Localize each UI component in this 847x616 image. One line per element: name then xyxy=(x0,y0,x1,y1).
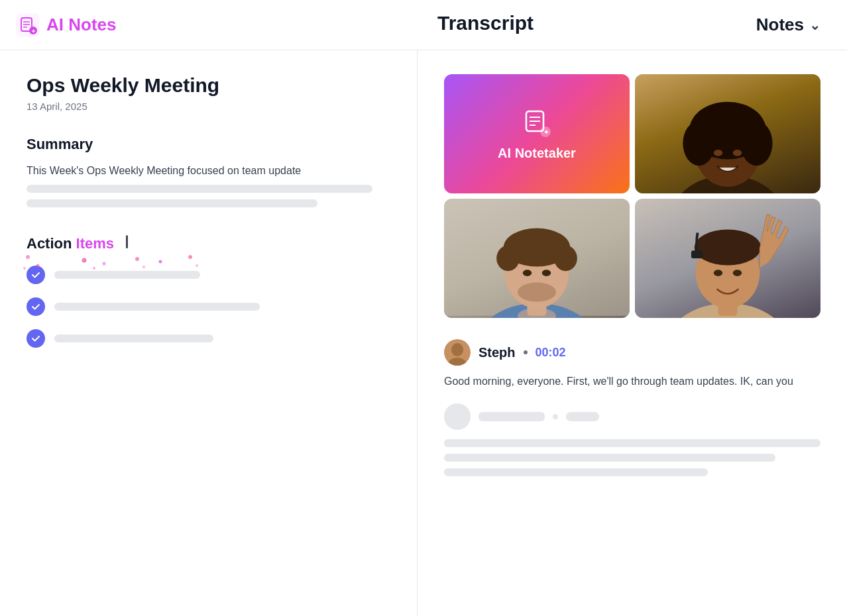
transcript-header-title: Transcript xyxy=(437,12,534,34)
main-content: Ops Weekly Meeting 13 April, 2025 Summar… xyxy=(0,50,847,616)
summary-text: This Week's Ops Weekly Meeting focused o… xyxy=(27,162,390,180)
video-cell-person-1 xyxy=(635,74,820,193)
svg-point-61 xyxy=(542,270,551,276)
logo-icon: ✦ xyxy=(16,13,40,37)
action-item-2 xyxy=(27,297,390,316)
transcript-entry-steph: Steph 00:02 Good morning, everyone. Firs… xyxy=(444,339,820,390)
action-item-1 xyxy=(27,266,390,284)
svg-point-28 xyxy=(82,258,87,262)
svg-point-58 xyxy=(496,246,520,272)
svg-point-33 xyxy=(159,260,162,263)
check-icon-3 xyxy=(27,329,45,348)
summary-section-title: Summary xyxy=(27,136,390,153)
ts-line-2 xyxy=(444,454,775,462)
video-cell-person-3 xyxy=(635,199,820,318)
ts-line-1 xyxy=(444,439,820,447)
transcript-text-steph: Good morning, everyone. First, we'll go … xyxy=(444,372,820,390)
timestamp-steph: 00:02 xyxy=(536,346,566,360)
chevron-down-icon: ⌄ xyxy=(809,17,820,33)
svg-point-60 xyxy=(523,270,532,276)
svg-point-69 xyxy=(733,270,742,276)
app-title: AI Notes xyxy=(46,15,116,35)
video-cell-person-2 xyxy=(444,199,630,318)
svg-rect-36 xyxy=(126,235,128,248)
check-icon-1 xyxy=(27,266,45,284)
speaker-name-steph: Steph xyxy=(479,345,516,360)
svg-rect-0 xyxy=(16,13,40,37)
svg-text:✦: ✦ xyxy=(31,28,36,34)
action-item-3 xyxy=(27,329,390,348)
action-label-static: Action xyxy=(27,235,76,252)
action-label-highlight: Items xyxy=(76,235,114,252)
svg-point-59 xyxy=(554,246,577,272)
svg-point-30 xyxy=(103,262,106,265)
svg-point-27 xyxy=(23,267,26,270)
svg-text:✦: ✦ xyxy=(543,128,549,136)
speaker-row-skeleton xyxy=(444,403,820,430)
ai-notetaker-icon: ✦ xyxy=(521,107,553,139)
svg-point-34 xyxy=(188,255,192,259)
ai-notetaker-label: AI Notetaker xyxy=(498,146,576,161)
check-icon-2 xyxy=(27,297,45,316)
svg-point-48 xyxy=(714,150,723,156)
left-panel: Ops Weekly Meeting 13 April, 2025 Summar… xyxy=(0,50,418,616)
person-1-silhouette xyxy=(635,74,820,193)
svg-point-72 xyxy=(451,343,463,356)
skeleton-avatar xyxy=(444,403,471,430)
person-2-silhouette xyxy=(444,199,630,318)
notes-dropdown-button[interactable]: Notes ⌄ xyxy=(751,12,826,38)
svg-point-31 xyxy=(135,257,139,261)
ts-line-3 xyxy=(444,468,708,476)
speaker-row-steph: Steph 00:02 xyxy=(444,339,820,366)
svg-point-67 xyxy=(695,229,761,265)
svg-point-68 xyxy=(714,270,723,276)
speaker-avatar-steph xyxy=(444,339,471,366)
action-skeleton-2 xyxy=(54,303,260,311)
transcript-skeletons xyxy=(444,439,820,476)
skeleton-name xyxy=(479,412,545,421)
video-grid: ✦ AI Notetaker xyxy=(444,74,820,318)
skeleton-timestamp xyxy=(566,412,599,421)
summary-skeleton-2 xyxy=(27,199,317,207)
svg-rect-70 xyxy=(691,250,703,258)
person-3-silhouette xyxy=(635,199,820,318)
meeting-date: 13 April, 2025 xyxy=(27,101,390,112)
notes-label: Notes xyxy=(756,15,804,35)
svg-point-62 xyxy=(518,283,556,302)
video-cell-ai-notetaker: ✦ AI Notetaker xyxy=(444,74,630,193)
app-logo-group: ✦ AI Notes xyxy=(16,13,116,37)
app-header: ✦ AI Notes Notes ⌄ ☜ ✦ Ops Weekly Mee xyxy=(0,0,847,50)
meeting-title: Ops Weekly Meeting xyxy=(27,74,390,97)
svg-point-47 xyxy=(740,121,772,166)
action-skeleton-3 xyxy=(54,334,213,342)
svg-point-25 xyxy=(26,255,30,259)
right-panel: ✦ AI Notetaker xyxy=(418,50,847,616)
summary-skeleton-1 xyxy=(27,185,372,193)
transcript-entry-skeleton xyxy=(444,403,820,476)
action-skeleton-1 xyxy=(54,271,200,279)
action-items-title: Action Items xyxy=(27,235,114,252)
svg-point-46 xyxy=(683,121,714,166)
separator-dot xyxy=(524,350,528,354)
skeleton-dot xyxy=(553,414,558,419)
svg-point-49 xyxy=(733,150,742,156)
